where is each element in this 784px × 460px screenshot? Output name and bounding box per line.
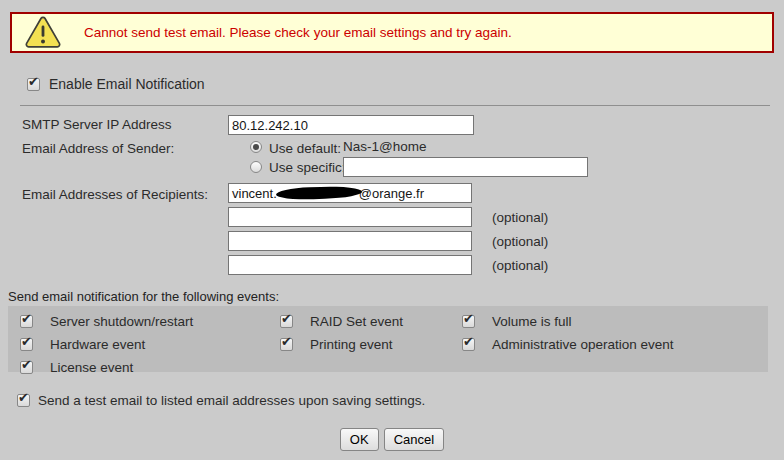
event-label: License event — [50, 360, 133, 375]
smtp-server-input[interactable] — [228, 115, 474, 135]
email-notification-settings-panel: Cannot send test email. Please check you… — [0, 0, 784, 460]
smtp-server-label: SMTP Server IP Address — [22, 117, 172, 132]
event-label: Printing event — [310, 337, 393, 352]
enable-email-notification-row: ✔ Enable Email Notification — [27, 76, 205, 92]
ok-button[interactable]: OK — [340, 428, 379, 451]
send-test-email-checkbox[interactable]: ✔ — [17, 394, 30, 407]
enable-email-notification-label: Enable Email Notification — [49, 76, 205, 92]
event-label: Hardware event — [50, 337, 145, 352]
checkmark-icon: ✔ — [281, 312, 292, 325]
recipient-input-2[interactable] — [228, 207, 472, 227]
checkmark-icon: ✔ — [281, 335, 292, 348]
event-item-printing: ✔ Printing event — [280, 337, 462, 352]
recipients-label: Email Addresses of Recipients: — [22, 187, 208, 202]
use-specific-radio[interactable] — [250, 161, 262, 173]
events-section-header: Send email notification for the followin… — [8, 289, 279, 304]
event-label: Server shutdown/restart — [50, 314, 193, 329]
radio-dot — [253, 144, 259, 150]
sender-label: Email Address of Sender: — [22, 141, 174, 156]
checkmark-icon: ✔ — [463, 335, 474, 348]
checkmark-icon: ✔ — [21, 335, 32, 348]
send-test-email-label: Send a test email to listed email addres… — [38, 393, 425, 408]
event-checkbox-server-shutdown[interactable]: ✔ — [20, 315, 33, 328]
event-label: Administrative operation event — [492, 337, 674, 352]
event-item-volume-full: ✔ Volume is full — [462, 314, 768, 329]
use-default-label: Use default: — [269, 141, 341, 156]
default-sender-value: Nas-1@home — [343, 139, 427, 154]
optional-note-2: (optional) — [492, 234, 548, 249]
event-label: RAID Set event — [310, 314, 403, 329]
redaction-scribble — [276, 186, 362, 201]
error-banner: Cannot send test email. Please check you… — [10, 12, 774, 53]
error-message: Cannot send test email. Please check you… — [84, 25, 512, 40]
warning-triangle-icon — [25, 16, 61, 49]
use-specific-label: Use specific: — [269, 160, 346, 175]
event-label: Volume is full — [492, 314, 572, 329]
events-checkbox-band: ✔ Server shutdown/restart ✔ RAID Set eve… — [8, 306, 768, 372]
checkmark-icon: ✔ — [21, 312, 32, 325]
event-checkbox-administrative[interactable]: ✔ — [462, 338, 475, 351]
checkmark-icon: ✔ — [28, 75, 39, 88]
optional-note-3: (optional) — [492, 258, 548, 273]
send-test-email-row: ✔ Send a test email to listed email addr… — [17, 393, 425, 408]
checkmark-icon: ✔ — [463, 312, 474, 325]
use-default-radio[interactable] — [250, 141, 262, 153]
event-item-license: ✔ License event — [20, 360, 280, 375]
event-item-administrative: ✔ Administrative operation event — [462, 337, 768, 352]
checkmark-icon: ✔ — [21, 358, 32, 371]
checkmark-icon: ✔ — [18, 391, 29, 404]
action-buttons: OK Cancel — [0, 428, 784, 451]
section-divider — [20, 105, 770, 106]
event-item-hardware: ✔ Hardware event — [20, 337, 280, 352]
event-checkbox-license[interactable]: ✔ — [20, 361, 33, 374]
event-checkbox-hardware[interactable]: ✔ — [20, 338, 33, 351]
recipient-input-3[interactable] — [228, 231, 472, 251]
event-checkbox-raid-set[interactable]: ✔ — [280, 315, 293, 328]
cancel-button[interactable]: Cancel — [384, 428, 444, 451]
recipient-email-suffix: @orange.fr — [359, 186, 424, 201]
enable-email-notification-checkbox[interactable]: ✔ — [27, 78, 40, 91]
event-item-raid-set: ✔ RAID Set event — [280, 314, 462, 329]
optional-note-1: (optional) — [492, 210, 548, 225]
recipient-input-4[interactable] — [228, 255, 472, 275]
recipient-input-1[interactable]: vincent.@orange.fr — [228, 183, 472, 203]
event-item-server-shutdown: ✔ Server shutdown/restart — [20, 314, 280, 329]
event-checkbox-printing[interactable]: ✔ — [280, 338, 293, 351]
specific-sender-input[interactable] — [343, 157, 588, 177]
recipient-email-prefix: vincent. — [232, 186, 277, 201]
event-checkbox-volume-full[interactable]: ✔ — [462, 315, 475, 328]
